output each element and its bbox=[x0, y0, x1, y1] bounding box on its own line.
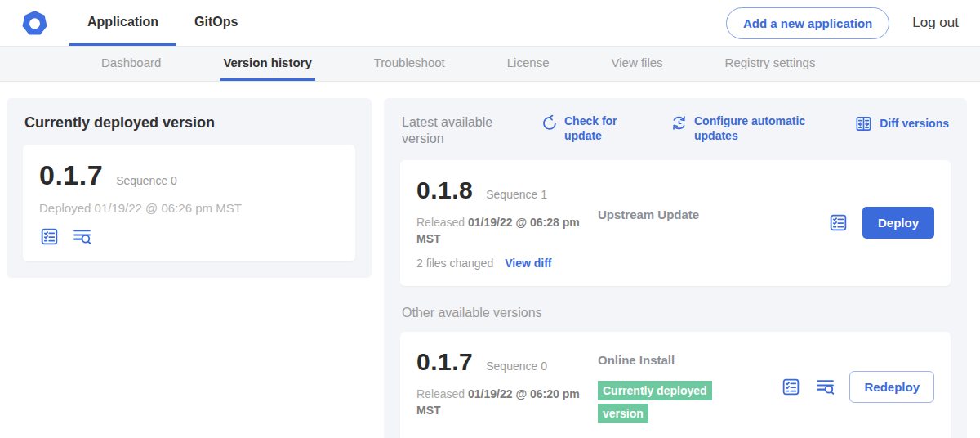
tab-application-label: Application bbox=[87, 15, 158, 29]
diff-icon bbox=[854, 114, 873, 133]
deployed-version-number: 0.1.7 bbox=[39, 159, 103, 191]
deployed-actions bbox=[39, 226, 339, 247]
files-changed-count: 2 files changed bbox=[416, 257, 493, 270]
top-nav-right: Add a new application Log out bbox=[726, 0, 959, 46]
other-sequence: Sequence 0 bbox=[486, 360, 547, 373]
currently-deployed-badge: Currently deployed version bbox=[598, 381, 712, 424]
other-released-timestamp: Released 01/19/22 @ 06:20 pm MST bbox=[416, 386, 590, 419]
deployed-timestamp: Deployed 01/19/22 @ 06:26 pm MST bbox=[39, 201, 339, 215]
other-version-actions: Redeploy bbox=[781, 371, 934, 403]
other-version-source: Online Install Currently deployed versio… bbox=[590, 348, 781, 427]
subnav-view-files-label: View files bbox=[611, 56, 662, 69]
subnav-dashboard-label: Dashboard bbox=[101, 56, 161, 69]
deployed-version-card: 0.1.7 Sequence 0 Deployed 01/19/22 @ 06:… bbox=[23, 145, 355, 261]
tab-gitops[interactable]: GitOps bbox=[176, 0, 256, 46]
other-version-info: 0.1.7 Sequence 0 Released 01/19/22 @ 06:… bbox=[416, 348, 590, 419]
latest-version-source: Upstream Update bbox=[590, 177, 828, 222]
check-for-update-button[interactable]: Check for update bbox=[541, 114, 623, 143]
subnav-registry-settings[interactable]: Registry settings bbox=[722, 47, 819, 81]
other-version-number: 0.1.7 bbox=[416, 348, 473, 376]
app-logo-icon bbox=[21, 10, 48, 37]
online-install-label: Online Install bbox=[598, 353, 675, 367]
available-versions-header: Latest available version Check for updat… bbox=[402, 114, 949, 147]
deployed-badge-wrap: Currently deployed version bbox=[598, 379, 722, 427]
logout-link[interactable]: Log out bbox=[912, 15, 959, 31]
version-row: 0.1.7 Sequence 0 bbox=[39, 159, 339, 191]
refresh-icon bbox=[541, 114, 558, 132]
app-logo[interactable] bbox=[21, 0, 48, 46]
files-changed-row: 2 files changed View diff bbox=[416, 257, 590, 270]
latest-sequence: Sequence 1 bbox=[486, 188, 547, 201]
main-content: Currently deployed version 0.1.7 Sequenc… bbox=[0, 82, 980, 438]
tab-application[interactable]: Application bbox=[69, 0, 176, 46]
checklist-icon[interactable] bbox=[781, 377, 801, 397]
deploy-button[interactable]: Deploy bbox=[862, 207, 934, 239]
diff-versions-label: Diff versions bbox=[880, 117, 949, 132]
logs-icon[interactable] bbox=[72, 226, 92, 247]
subnav-troubleshoot-label: Troubleshoot bbox=[374, 56, 445, 69]
check-for-update-label: Check for update bbox=[564, 114, 623, 143]
currently-deployed-title: Currently deployed version bbox=[24, 114, 354, 132]
latest-available-title: Latest available version bbox=[402, 114, 526, 147]
configure-auto-updates-button[interactable]: Configure automatic updates bbox=[670, 114, 818, 143]
subnav-troubleshoot[interactable]: Troubleshoot bbox=[371, 47, 448, 81]
latest-released-timestamp: Released 01/19/22 @ 06:28 pm MST bbox=[416, 214, 590, 248]
top-tabs: Application GitOps bbox=[69, 0, 256, 46]
diff-versions-button[interactable]: Diff versions bbox=[854, 114, 949, 133]
checklist-icon[interactable] bbox=[39, 226, 60, 247]
logs-icon[interactable] bbox=[815, 377, 835, 397]
auto-update-icon bbox=[670, 114, 688, 132]
top-nav: Application GitOps Add a new application… bbox=[0, 0, 980, 47]
upstream-update-label: Upstream Update bbox=[598, 208, 699, 221]
checklist-icon[interactable] bbox=[828, 212, 849, 233]
released-label: Released bbox=[416, 216, 465, 229]
subnav-license-label: License bbox=[507, 56, 550, 69]
add-application-button[interactable]: Add a new application bbox=[726, 7, 889, 39]
latest-version-number: 0.1.8 bbox=[416, 177, 473, 204]
view-diff-link[interactable]: View diff bbox=[505, 257, 551, 270]
deployed-sequence: Sequence 0 bbox=[116, 174, 177, 187]
subnav-dashboard[interactable]: Dashboard bbox=[98, 47, 164, 81]
latest-version-actions: Deploy bbox=[828, 207, 934, 239]
currently-deployed-panel: Currently deployed version 0.1.7 Sequenc… bbox=[7, 98, 372, 278]
subnav-license[interactable]: License bbox=[504, 47, 553, 81]
subnav-view-files[interactable]: View files bbox=[608, 47, 666, 81]
other-versions-title: Other available versions bbox=[402, 306, 949, 320]
subnav-version-history-label: Version history bbox=[223, 56, 311, 69]
subnav-registry-settings-label: Registry settings bbox=[725, 56, 816, 69]
configure-auto-updates-label: Configure automatic updates bbox=[694, 114, 818, 143]
subnav-version-history[interactable]: Version history bbox=[220, 47, 314, 81]
redeploy-button[interactable]: Redeploy bbox=[849, 371, 934, 403]
available-versions-panel: Latest available version Check for updat… bbox=[384, 98, 967, 438]
latest-version-card: 0.1.8 Sequence 1 Released 01/19/22 @ 06:… bbox=[400, 160, 951, 286]
latest-version-info: 0.1.8 Sequence 1 Released 01/19/22 @ 06:… bbox=[416, 177, 590, 270]
released-label: Released bbox=[416, 387, 465, 400]
other-version-card: 0.1.7 Sequence 0 Released 01/19/22 @ 06:… bbox=[400, 332, 951, 438]
app-sub-nav: Dashboard Version history Troubleshoot L… bbox=[0, 47, 980, 82]
tab-gitops-label: GitOps bbox=[194, 15, 238, 29]
